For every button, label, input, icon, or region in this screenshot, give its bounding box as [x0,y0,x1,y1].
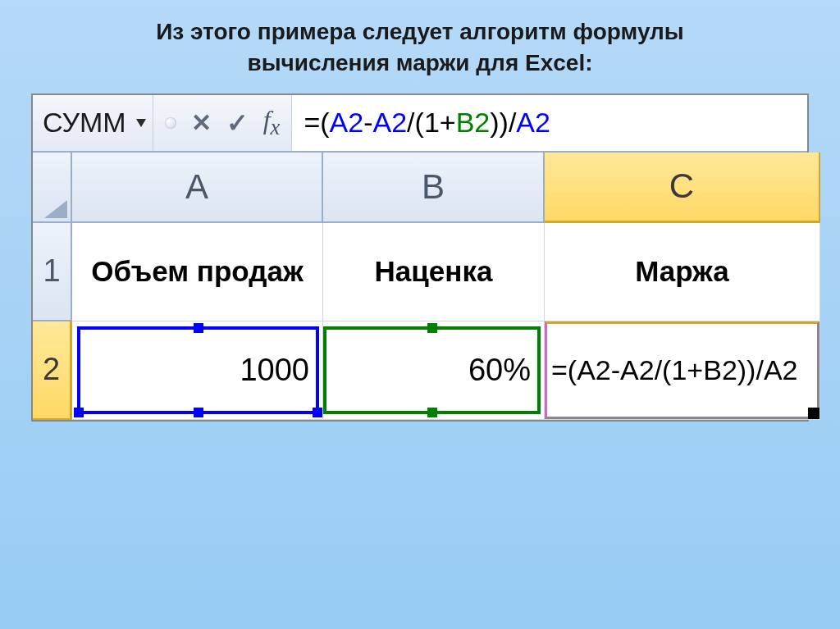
chevron-down-icon [136,119,146,127]
cell-a1[interactable]: Объем продаж [72,223,323,321]
handle-icon [427,408,437,417]
indicator-icon [165,117,176,129]
fx-icon[interactable]: fx [263,105,281,140]
cell-a2[interactable]: 1000 [72,321,323,420]
handle-icon [194,408,203,417]
name-box-text: СУММ [43,107,126,139]
enter-icon[interactable]: ✓ [226,110,249,136]
column-header-c[interactable]: C [545,153,820,223]
formula-input[interactable]: =(A2-A2/(1+B2))/A2 [292,95,807,151]
name-box[interactable]: СУММ [33,95,153,151]
handle-icon [427,323,437,333]
cell-b1-value: Наценка [375,255,493,288]
excel-frame: СУММ ✕ ✓ fx =(A2-A2/(1+B2))/A2 A B C 1 О… [31,93,809,422]
row-header-1[interactable]: 1 [33,223,72,321]
cell-c1-value: Маржа [635,255,729,288]
cell-c1[interactable]: Маржа [545,223,820,321]
formula-buttons: ✕ ✓ fx [153,95,293,151]
title-line-1: Из этого примера следует алгоритм формул… [16,16,824,48]
cell-a2-value: 1000 [240,353,309,388]
cell-a1-value: Объем продаж [91,255,303,288]
cell-b2-value: 60% [468,353,531,388]
row-header-2[interactable]: 2 [33,321,72,420]
handle-icon [194,323,203,333]
spreadsheet-grid: A B C 1 Объем продаж Наценка Маржа 2 100… [33,153,807,420]
select-all-corner[interactable] [33,153,72,223]
formula-bar: СУММ ✕ ✓ fx =(A2-A2/(1+B2))/A2 [33,95,807,153]
cancel-icon[interactable]: ✕ [191,111,212,135]
fill-handle-icon[interactable] [808,408,819,419]
page-title: Из этого примера следует алгоритм формул… [16,16,824,79]
column-header-a[interactable]: A [72,153,323,223]
cell-b2[interactable]: 60% [323,321,545,420]
cell-c2-value: =(A2-A2/(1+B2))/A2 [551,354,797,386]
column-header-b[interactable]: B [323,153,545,223]
cell-c2[interactable]: =(A2-A2/(1+B2))/A2 [545,321,820,420]
handle-icon [74,408,84,417]
handle-icon [313,408,322,417]
title-line-2: вычисления маржи для Excel: [16,48,824,79]
cell-b1[interactable]: Наценка [323,223,545,321]
